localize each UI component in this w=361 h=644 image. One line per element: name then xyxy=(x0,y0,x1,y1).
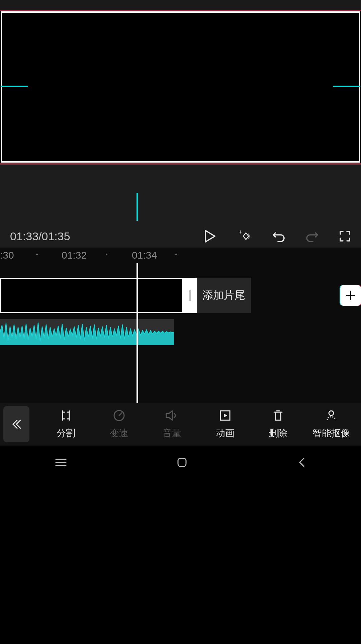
tool-animation[interactable]: 动画 xyxy=(199,409,252,440)
cursor-indicator xyxy=(137,193,138,221)
toolbar-back-button[interactable] xyxy=(3,406,29,442)
svg-text:+: + xyxy=(239,229,242,236)
speed-icon xyxy=(112,409,126,422)
nav-recent-button[interactable] xyxy=(55,458,67,467)
tool-volume: 音量 xyxy=(146,409,199,440)
time-ruler[interactable]: :30 01:32 01:34 xyxy=(0,248,361,263)
edit-toolbar: 分割 变速 音量 动画 删除 智能抠像 xyxy=(0,403,361,446)
tool-split[interactable]: 分割 xyxy=(39,409,93,440)
ruler-dot xyxy=(106,254,107,255)
timeline[interactable]: 添加片尾 xyxy=(0,263,361,403)
ruler-tick: :30 xyxy=(0,250,14,261)
ruler-dot xyxy=(36,254,38,255)
clip-trim-handle[interactable] xyxy=(183,278,197,313)
tool-delete[interactable]: 删除 xyxy=(252,409,305,440)
keyframe-button[interactable]: + xyxy=(236,229,252,243)
system-navbar xyxy=(0,446,361,477)
split-icon xyxy=(59,409,73,422)
time-display: 01:33/01:35 xyxy=(10,230,151,243)
add-ending-button[interactable]: 添加片尾 xyxy=(197,278,251,313)
crop-handle-left[interactable] xyxy=(1,86,28,87)
tool-speed: 变速 xyxy=(93,409,146,440)
person-cutout-icon xyxy=(325,409,338,422)
ruler-tick: 01:32 xyxy=(62,250,87,261)
playhead[interactable] xyxy=(137,263,138,403)
redo-button[interactable] xyxy=(305,230,319,242)
crop-handle-right[interactable] xyxy=(333,86,360,87)
add-clip-button[interactable] xyxy=(340,285,361,306)
play-button[interactable] xyxy=(204,229,216,243)
fullscreen-button[interactable] xyxy=(339,230,351,242)
audio-track[interactable] xyxy=(0,319,174,345)
nav-home-button[interactable] xyxy=(177,457,187,468)
delete-icon xyxy=(272,409,284,422)
status-bar xyxy=(0,0,361,10)
svg-rect-4 xyxy=(178,458,186,466)
ruler-tick: 01:34 xyxy=(132,250,157,261)
video-clip[interactable] xyxy=(0,278,183,313)
svg-point-3 xyxy=(329,411,334,416)
playback-controls: 01:33/01:35 + xyxy=(0,165,361,248)
volume-icon xyxy=(165,409,179,422)
animation-icon xyxy=(218,409,232,422)
undo-button[interactable] xyxy=(272,230,285,242)
tool-cutout[interactable]: 智能抠像 xyxy=(305,409,358,440)
video-preview[interactable] xyxy=(1,11,360,163)
ruler-dot xyxy=(175,254,177,255)
nav-back-button[interactable] xyxy=(298,457,306,468)
